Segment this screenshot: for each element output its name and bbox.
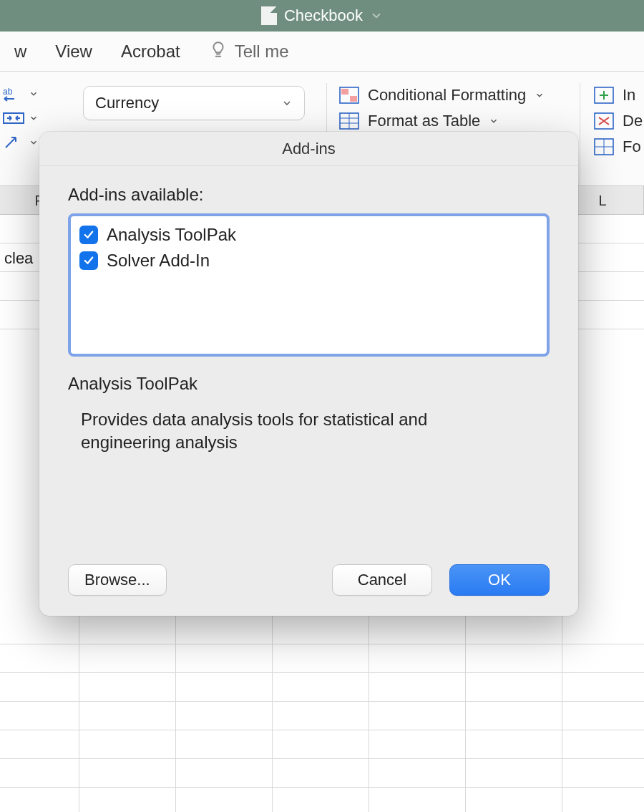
ribbon-group-text: ab [0, 86, 39, 150]
insert-cells-button[interactable]: In [594, 86, 643, 105]
tab-review-fragment[interactable]: w [10, 37, 31, 66]
cancel-button[interactable]: Cancel [332, 564, 432, 596]
svg-text:ab: ab [3, 87, 13, 97]
grid-row [0, 759, 644, 788]
dialog-button-row: Browse... Cancel OK [68, 547, 550, 616]
grid-row [0, 730, 644, 759]
format-as-table-label: Format as Table [368, 112, 480, 130]
insert-cells-icon [594, 87, 614, 104]
grid-row [0, 616, 644, 644]
number-format-value: Currency [95, 94, 159, 112]
format-as-table-icon [339, 112, 359, 130]
window-titlebar: Checkbook [0, 0, 644, 32]
selected-addin-name: Analysis ToolPak [68, 374, 550, 394]
conditional-formatting-button[interactable]: Conditional Formatting [339, 86, 545, 105]
chevron-down-icon [29, 113, 39, 123]
lightbulb-icon [209, 40, 228, 63]
addin-item-solver[interactable]: Solver Add-In [78, 248, 540, 274]
dialog-title: Add-ins [39, 132, 578, 166]
tell-me-label: Tell me [235, 42, 289, 62]
styles-group: Conditional Formatting Format as Table [339, 86, 545, 130]
addin-item-analysis-toolpak[interactable]: Analysis ToolPak [78, 222, 540, 248]
browse-button[interactable]: Browse... [68, 564, 167, 596]
addins-listbox[interactable]: Analysis ToolPak Solver Add-In [68, 213, 550, 357]
window-title: Checkbook [284, 6, 363, 25]
merge-button[interactable] [3, 110, 39, 126]
addin-item-label: Solver Add-In [107, 251, 210, 271]
format-cells-icon [594, 138, 614, 155]
tab-acrobat[interactable]: Acrobat [117, 37, 185, 66]
format-cells-button[interactable]: Fo [594, 137, 643, 156]
checkbox-checked-icon[interactable] [79, 251, 98, 270]
number-format-group: Currency [83, 86, 312, 120]
delete-cells-label: De [623, 112, 643, 130]
chevron-down-icon [489, 116, 499, 126]
tab-view[interactable]: View [51, 37, 97, 66]
grid-row [0, 788, 644, 812]
format-cells-label: Fo [623, 137, 641, 156]
addin-item-label: Analysis ToolPak [107, 225, 236, 245]
delete-cells-icon [594, 112, 614, 130]
document-icon [261, 6, 277, 25]
grid-row [0, 673, 644, 702]
chevron-down-icon[interactable] [370, 9, 383, 22]
cells-group: In De Fo [594, 86, 643, 156]
ribbon-tabs: w View Acrobat Tell me [0, 32, 644, 72]
tell-me-search[interactable]: Tell me [205, 36, 293, 67]
delete-cells-button[interactable]: De [594, 112, 643, 130]
format-as-table-button[interactable]: Format as Table [339, 112, 545, 130]
chevron-down-icon [29, 89, 39, 99]
svg-rect-3 [341, 89, 348, 95]
checkbox-checked-icon[interactable] [79, 226, 98, 244]
wrap-text-button[interactable]: ab [3, 86, 39, 102]
grid-row [0, 644, 644, 673]
separator [580, 83, 580, 185]
conditional-formatting-icon [339, 87, 359, 104]
svg-rect-1 [4, 113, 24, 123]
orientation-button[interactable] [3, 135, 39, 150]
grid-row [0, 702, 644, 730]
chevron-down-icon [29, 137, 39, 148]
number-format-select[interactable]: Currency [83, 86, 305, 120]
insert-cells-label: In [623, 86, 635, 105]
ok-button[interactable]: OK [449, 564, 550, 596]
svg-rect-4 [350, 96, 357, 102]
selected-addin-description: Provides data analysis tools for statist… [68, 408, 469, 455]
chevron-down-icon [281, 97, 293, 109]
addins-available-label: Add-ins available: [68, 185, 550, 205]
conditional-formatting-label: Conditional Formatting [368, 86, 526, 105]
chevron-down-icon [535, 90, 545, 100]
addins-dialog: Add-ins Add-ins available: Analysis Tool… [39, 132, 578, 616]
